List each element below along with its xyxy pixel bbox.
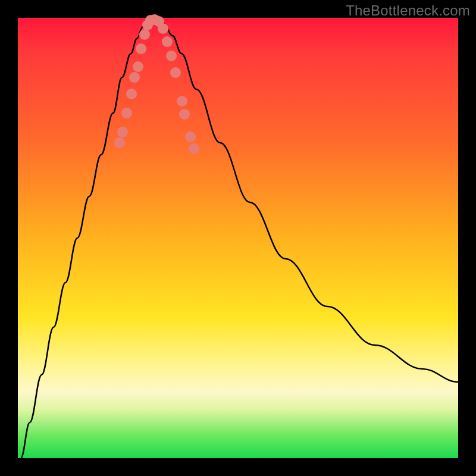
curve-layer bbox=[18, 18, 458, 458]
marker-dot bbox=[189, 143, 199, 154]
chart-stage: TheBottleneck.com bbox=[0, 0, 476, 476]
marker-dot bbox=[179, 109, 190, 120]
watermark-text: TheBottleneck.com bbox=[346, 2, 470, 19]
marker-dot bbox=[170, 67, 181, 78]
marker-dot bbox=[114, 137, 125, 148]
marker-dot bbox=[177, 96, 187, 107]
marker-dot bbox=[139, 29, 150, 40]
marker-dot bbox=[126, 89, 137, 99]
marker-dot bbox=[117, 127, 128, 137]
right-branch-curve bbox=[158, 19, 458, 382]
marker-dot bbox=[158, 23, 168, 34]
marker-dot bbox=[185, 131, 196, 142]
marker-dot bbox=[162, 36, 173, 47]
plot-area bbox=[18, 18, 458, 458]
marker-dot bbox=[166, 51, 177, 61]
marker-dot bbox=[136, 43, 146, 54]
marker-points bbox=[114, 14, 199, 154]
left-branch-curve bbox=[21, 19, 149, 458]
marker-dot bbox=[133, 61, 143, 72]
marker-dot bbox=[121, 108, 132, 118]
marker-dot bbox=[129, 72, 140, 83]
